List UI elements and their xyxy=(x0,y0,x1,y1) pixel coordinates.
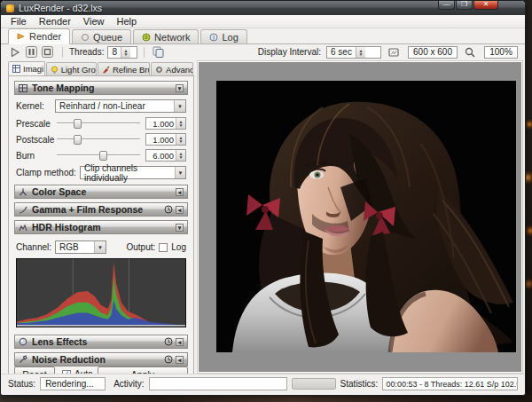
tab-log[interactable]: i Log xyxy=(200,29,246,43)
clock-icon xyxy=(164,205,173,214)
tab-refine-brush[interactable]: Refine Brush xyxy=(98,62,150,75)
panel-body: Tone Mapping ▾ Kernel: Reinhard / non-Li… xyxy=(8,75,194,388)
rendered-image xyxy=(216,81,516,352)
pause-button[interactable] xyxy=(24,46,38,59)
prescale-label: Prescale xyxy=(16,119,57,129)
stop-button[interactable] xyxy=(40,46,54,59)
menu-file[interactable]: File xyxy=(4,15,33,28)
histogram-icon xyxy=(19,224,27,232)
slider-handle[interactable] xyxy=(99,151,107,161)
window-title: LuxRender - d32.lxs xyxy=(19,3,102,13)
statusbar: Status: Rendering... Activity: Statistic… xyxy=(1,374,525,393)
magnifier-icon xyxy=(465,47,475,58)
activity-field xyxy=(149,377,287,390)
panel-tabbar: Imagi... Light Grou... Refine Brush xyxy=(8,61,194,75)
status-label: Status: xyxy=(8,379,35,389)
threads-label: Threads: xyxy=(69,47,104,57)
status-field: Rendering... xyxy=(40,377,106,390)
menubar: File Render View Help xyxy=(1,15,525,28)
collapse-icon[interactable]: ▾ xyxy=(176,84,184,92)
clamp-method-dropdown[interactable]: Clip channels individually ▼ xyxy=(80,166,186,179)
noise-tool-icon xyxy=(19,355,27,364)
progress-bar xyxy=(292,378,336,390)
section-hdr-histogram[interactable]: HDR Histogram ▾ xyxy=(14,220,188,234)
postscale-slider[interactable] xyxy=(57,134,140,145)
resolution-field[interactable]: 600 x 600 xyxy=(408,46,458,59)
section-noise-reduction[interactable]: Noise Reduction ◂ xyxy=(14,352,188,367)
copy-to-clipboard-button[interactable] xyxy=(151,46,165,59)
kernel-label: Kernel: xyxy=(16,101,55,111)
tab-queue[interactable]: Queue xyxy=(72,29,131,43)
titlebar[interactable]: LuxRender - d32.lxs — ❐ ✕ xyxy=(1,1,525,15)
gear-icon xyxy=(155,66,163,74)
slider-handle[interactable] xyxy=(74,119,82,129)
collapse-icon[interactable]: ▾ xyxy=(176,224,184,232)
log-info-icon: i xyxy=(209,33,218,42)
render-viewport[interactable] xyxy=(198,61,522,373)
section-tone-mapping[interactable]: Tone Mapping ▾ xyxy=(14,81,188,95)
postscale-label: Postscale xyxy=(16,135,57,145)
brush-icon xyxy=(102,66,110,74)
pause-icon xyxy=(26,46,37,58)
tab-imaging[interactable]: Imagi... xyxy=(8,61,45,75)
section-lens-effects[interactable]: Lens Effects ◂ xyxy=(14,335,188,349)
channel-label: Channel: xyxy=(16,242,55,252)
maximize-button[interactable]: ❐ xyxy=(456,1,473,10)
burn-label: Burn xyxy=(16,151,57,161)
kernel-dropdown[interactable]: Reinhard / non-Linear ▼ xyxy=(55,99,186,113)
copy-icon xyxy=(153,46,164,58)
threads-spinner[interactable]: ▲▼ xyxy=(121,47,130,58)
desktop-background-bottom xyxy=(0,395,532,402)
expand-icon[interactable]: ◂ xyxy=(176,206,184,214)
luxrender-window: LuxRender - d32.lxs — ❐ ✕ File Render Vi… xyxy=(0,0,526,396)
menu-view[interactable]: View xyxy=(77,15,111,28)
log-checkbox[interactable] xyxy=(159,243,168,252)
channel-dropdown[interactable]: RGB ▼ xyxy=(55,240,106,254)
app-icon xyxy=(6,4,14,12)
expand-icon[interactable]: ◂ xyxy=(176,188,184,196)
lens-icon xyxy=(19,337,27,346)
network-globe-icon xyxy=(142,33,151,42)
toolbar-separator xyxy=(144,47,145,58)
statistics-label: Statistics: xyxy=(340,379,379,389)
fit-window-button[interactable] xyxy=(387,46,401,59)
slider-handle[interactable] xyxy=(74,135,82,145)
tab-network[interactable]: Network xyxy=(133,29,199,43)
main-tabbar: Render Queue Network i Log xyxy=(1,28,525,44)
expand-icon[interactable]: ◂ xyxy=(176,356,184,364)
stop-icon xyxy=(42,46,53,58)
menu-render[interactable]: Render xyxy=(33,15,77,28)
imaging-icon xyxy=(12,65,20,73)
zoom-level-field[interactable]: 100% xyxy=(484,46,518,59)
display-interval-spinbox[interactable]: 6 sec ▲▼ xyxy=(326,46,381,59)
clock-icon xyxy=(164,355,173,364)
tonemap-panel: Imagi... Light Grou... Refine Brush xyxy=(1,60,194,374)
prescale-slider[interactable] xyxy=(57,118,140,129)
hdr-histogram-canvas[interactable] xyxy=(16,258,186,327)
statistics-field: 00:00:53 - 8 Threads: 12.61 S/p 102.96 k… xyxy=(382,377,518,390)
tab-light-groups[interactable]: Light Grou... xyxy=(46,62,97,75)
close-button[interactable]: ✕ xyxy=(473,1,498,10)
gamma-icon xyxy=(19,206,27,214)
prescale-value[interactable]: 1.000 ▲▼ xyxy=(145,117,186,130)
menu-help[interactable]: Help xyxy=(110,15,143,28)
chevron-down-icon: ▼ xyxy=(94,241,106,253)
minimize-button[interactable]: — xyxy=(438,1,455,10)
queue-icon xyxy=(81,33,90,42)
burn-slider[interactable] xyxy=(57,150,140,161)
section-gamma-film[interactable]: Gamma + Film Response ◂ xyxy=(14,202,188,217)
postscale-value[interactable]: 1.000 ▲▼ xyxy=(145,133,186,146)
log-label: Log xyxy=(171,242,186,252)
clamp-method-label: Clamp method: xyxy=(16,168,80,177)
section-color-space[interactable]: Color Space ◂ xyxy=(14,185,188,199)
zoom-button[interactable] xyxy=(463,46,477,59)
burn-value[interactable]: 6.000 ▲▼ xyxy=(145,149,186,162)
tab-render[interactable]: Render xyxy=(8,28,70,44)
play-button[interactable] xyxy=(8,46,22,59)
tab-advanced[interactable]: Advanc... xyxy=(151,62,193,75)
render-arrow-icon xyxy=(17,32,26,41)
display-interval-spinner[interactable]: ▲▼ xyxy=(356,47,365,58)
tone-mapping-icon xyxy=(19,84,27,92)
expand-icon[interactable]: ◂ xyxy=(176,338,184,346)
threads-spinbox[interactable]: 8 ▲▼ xyxy=(107,46,137,59)
